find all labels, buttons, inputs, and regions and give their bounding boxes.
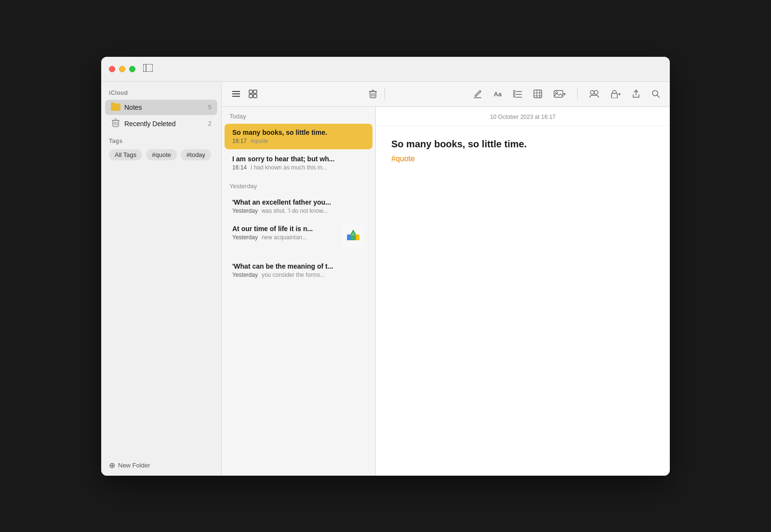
list-view-button[interactable] (229, 88, 243, 100)
svg-point-27 (513, 93, 515, 95)
note-time-5: Yesterday (232, 272, 258, 278)
sidebar: iCloud Notes 5 (101, 82, 222, 476)
note-title-3: 'What an excellent father you... (232, 198, 365, 206)
sidebar-toggle-button[interactable] (143, 64, 153, 74)
tag-all-tags[interactable]: All Tags (109, 149, 142, 160)
delete-button[interactable] (367, 88, 379, 100)
svg-marker-51 (356, 234, 360, 240)
editor-tag: #quote (391, 155, 654, 163)
note-tag-1: #quote (251, 138, 268, 144)
yesterday-label: Yesterday (222, 177, 375, 193)
note-preview-5: you consider the forms... (262, 272, 365, 278)
panes: Today So many books, so little time. 16:… (222, 107, 670, 476)
checklist-button[interactable] (511, 88, 524, 100)
note-item-2[interactable]: I am sorry to hear that; but wh... 16:14… (225, 150, 372, 176)
tag-chips-container: All Tags #quote #today (109, 149, 213, 160)
titlebar (101, 57, 670, 82)
note-item-4[interactable]: At our time of life it is n... Yesterday… (225, 220, 372, 257)
svg-marker-50 (347, 234, 351, 240)
table-button[interactable] (532, 88, 544, 100)
tag-today[interactable]: #today (181, 149, 211, 160)
recently-deleted-label: Recently Deleted (124, 120, 208, 128)
toolbar-divider-2 (577, 88, 578, 100)
lock-button[interactable]: ▾ (609, 88, 623, 100)
svg-rect-15 (253, 90, 257, 93)
tag-quote[interactable]: #quote (146, 149, 177, 160)
main-layout: iCloud Notes 5 (101, 82, 670, 476)
note-title-2: I am sorry to hear that; but wh... (232, 155, 365, 163)
note-title-4: At our time of life it is n... (232, 225, 338, 233)
note-time-1: 16:17 (232, 138, 247, 144)
note-preview-4: new acquaintan... (262, 234, 338, 241)
note-time-4: Yesterday (232, 234, 258, 241)
editor-date: 10 October 2023 at 16:17 (376, 107, 670, 126)
minimize-button[interactable] (119, 66, 125, 72)
media-button[interactable]: ▾ (552, 88, 568, 100)
toolbar: Aa (222, 82, 670, 107)
svg-rect-16 (249, 94, 253, 98)
tags-section: Tags All Tags #quote #today (101, 132, 221, 166)
note-title-5: 'What can be the meaning of t... (232, 262, 365, 270)
grid-view-button[interactable] (247, 88, 259, 100)
new-folder-plus-icon: ⊕ (109, 461, 115, 470)
note-meta-2: 16:14 I had known as much this m... (232, 164, 365, 171)
note-preview-3: was shut. 'I do not know... (262, 208, 365, 214)
svg-point-42 (652, 91, 658, 96)
notes-folder-icon (111, 102, 120, 113)
note-meta-5: Yesterday you consider the forms... (232, 272, 365, 278)
sidebar-footer: ⊕ New Folder (101, 455, 221, 476)
sidebar-item-notes[interactable]: Notes 5 (105, 100, 217, 115)
note-time-2: 16:14 (232, 164, 247, 171)
svg-line-43 (657, 95, 660, 98)
svg-point-29 (513, 96, 515, 98)
icloud-label: iCloud (101, 82, 221, 99)
app-window: iCloud Notes 5 (101, 57, 670, 476)
notes-count: 5 (208, 104, 212, 111)
today-label: Today (222, 107, 375, 123)
note-item-3[interactable]: 'What an excellent father you... Yesterd… (225, 194, 372, 219)
search-button[interactable] (650, 88, 662, 100)
note-meta-1: 16:17 #quote (232, 138, 365, 144)
content-area: Aa (222, 82, 670, 476)
toolbar-divider (385, 88, 385, 100)
gdrive-thumbnail (342, 225, 365, 248)
svg-rect-17 (253, 94, 257, 98)
note-title-1: So many books, so little time. (232, 129, 365, 136)
toolbar-left (229, 88, 379, 100)
note-preview-2: I had known as much this m... (251, 164, 365, 171)
close-button[interactable] (109, 66, 115, 72)
new-folder-label: New Folder (118, 462, 150, 469)
note-item-5[interactable]: 'What can be the meaning of t... Yesterd… (225, 258, 372, 283)
editor-content[interactable]: So many books, so little time. #quote (376, 126, 670, 476)
note-meta-3: Yesterday was shut. 'I do not know... (232, 208, 365, 214)
svg-point-38 (590, 91, 594, 94)
note-meta-4: Yesterday new acquaintan... (232, 234, 338, 241)
editor-title: So many books, so little time. (391, 137, 654, 151)
note-time-3: Yesterday (232, 208, 258, 214)
traffic-lights (109, 66, 135, 72)
font-button[interactable]: Aa (492, 89, 504, 100)
svg-rect-31 (534, 90, 542, 98)
note-item-1[interactable]: So many books, so little time. 16:17 #qu… (225, 124, 372, 149)
toolbar-right: Aa (391, 88, 662, 100)
collaborate-button[interactable] (587, 88, 601, 100)
svg-point-39 (594, 91, 598, 94)
deleted-count: 2 (208, 120, 212, 127)
svg-rect-40 (611, 93, 617, 98)
notes-label: Notes (124, 104, 208, 111)
new-note-button[interactable] (471, 88, 484, 100)
svg-rect-0 (143, 64, 153, 72)
svg-point-25 (513, 91, 515, 92)
tags-label: Tags (109, 138, 213, 144)
trash-icon (111, 118, 120, 129)
sidebar-item-recently-deleted[interactable]: Recently Deleted 2 (105, 116, 217, 131)
notes-list: Today So many books, so little time. 16:… (222, 107, 376, 476)
share-button[interactable] (630, 88, 642, 100)
svg-rect-4 (111, 103, 115, 104)
new-folder-button[interactable]: ⊕ New Folder (109, 461, 150, 470)
maximize-button[interactable] (129, 66, 135, 72)
svg-rect-14 (249, 90, 253, 93)
svg-rect-36 (554, 91, 563, 97)
editor-pane: 10 October 2023 at 16:17 So many books, … (376, 107, 670, 476)
